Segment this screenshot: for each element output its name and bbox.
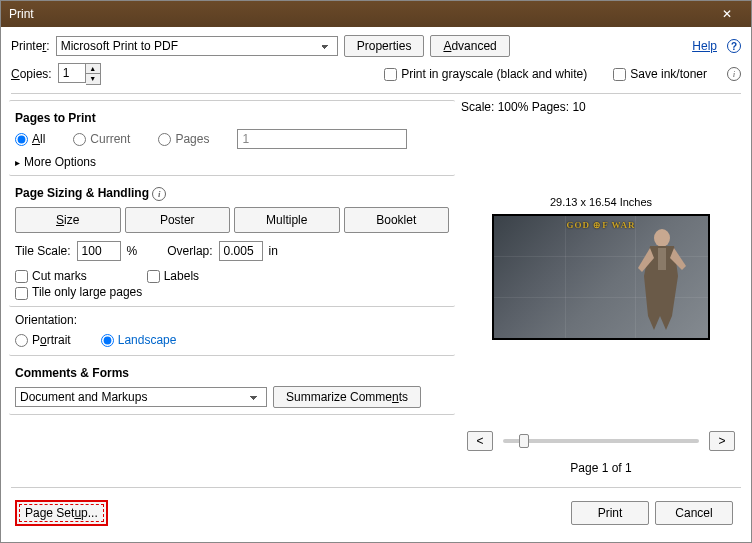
tilelarge-checkbox[interactable]: Tile only large pages (15, 285, 142, 299)
svg-point-0 (654, 229, 670, 247)
info-icon[interactable]: i (727, 67, 741, 81)
page-setup-button[interactable]: Page Setup... (15, 500, 108, 526)
multiple-tab[interactable]: Multiple (234, 207, 340, 233)
cancel-button[interactable]: Cancel (655, 501, 733, 525)
labels-checkbox[interactable]: Labels (147, 269, 199, 283)
all-radio[interactable]: All (15, 132, 45, 146)
overlap-label: Overlap: (167, 244, 212, 258)
copies-label: Copies: (11, 67, 52, 81)
close-icon: ✕ (722, 7, 732, 21)
grayscale-checkbox[interactable]: Print in grayscale (black and white) (384, 67, 587, 81)
prev-page-button[interactable]: < (467, 431, 493, 451)
tilescale-input[interactable] (77, 241, 121, 261)
print-dialog: Print ✕ Printer: Microsoft Print to PDF … (0, 0, 752, 543)
comments-group: Comments & Forms Document and Markups Su… (9, 356, 455, 415)
close-button[interactable]: ✕ (711, 1, 743, 27)
next-page-button[interactable]: > (709, 431, 735, 451)
cutmarks-checkbox[interactable]: Cut marks (15, 269, 87, 283)
copies-input[interactable] (58, 63, 86, 83)
more-options-toggle[interactable]: More Options (15, 151, 449, 169)
current-radio[interactable]: Current (73, 132, 130, 146)
booklet-tab[interactable]: Booklet (344, 207, 450, 233)
copies-spinner[interactable]: ▲▼ (58, 63, 101, 85)
help-link[interactable]: Help (692, 39, 717, 53)
advanced-button[interactable]: Advanced (430, 35, 509, 57)
preview-logo: GOD ⊕F WAR (566, 220, 635, 230)
portrait-radio[interactable]: Portrait (15, 333, 71, 347)
sizing-group: Page Sizing & Handling i Size Poster Mul… (9, 176, 455, 307)
pages-range-input[interactable] (237, 129, 407, 149)
printer-label: Printer: (11, 39, 50, 53)
info-icon[interactable]: i (152, 187, 166, 201)
summarize-button[interactable]: Summarize Comments (273, 386, 421, 408)
pages-radio[interactable]: Pages (158, 132, 209, 146)
tilescale-label: Tile Scale: (15, 244, 71, 258)
overlap-input[interactable] (219, 241, 263, 261)
dimensions-label: 29.13 x 16.54 Inches (550, 196, 652, 208)
saveink-checkbox[interactable]: Save ink/toner (613, 67, 707, 81)
zoom-slider[interactable] (503, 439, 699, 443)
window-title: Print (9, 7, 711, 21)
landscape-radio[interactable]: Landscape (101, 333, 177, 347)
preview-image: GOD ⊕F WAR (492, 214, 710, 340)
help-icon[interactable]: ? (727, 39, 741, 53)
print-button[interactable]: Print (571, 501, 649, 525)
comments-title: Comments & Forms (15, 362, 449, 382)
comments-select[interactable]: Document and Markups (15, 387, 267, 407)
sizing-title: Page Sizing & Handling i (15, 182, 449, 203)
preview-character-icon (628, 224, 690, 332)
page-of-label: Page 1 of 1 (570, 457, 631, 479)
preview-pane: Scale: 100% Pages: 10 29.13 x 16.54 Inch… (461, 100, 741, 479)
titlebar: Print ✕ (1, 1, 751, 27)
poster-tab[interactable]: Poster (125, 207, 231, 233)
properties-button[interactable]: Properties (344, 35, 425, 57)
pages-title: Pages to Print (15, 107, 449, 127)
spin-down-icon[interactable]: ▼ (86, 74, 100, 84)
spin-up-icon[interactable]: ▲ (86, 64, 100, 74)
svg-rect-1 (658, 248, 666, 270)
orientation-title: Orientation: (15, 313, 449, 331)
slider-thumb[interactable] (519, 434, 529, 448)
printer-select[interactable]: Microsoft Print to PDF (56, 36, 338, 56)
size-tab[interactable]: Size (15, 207, 121, 233)
footer: Page Setup... Print Cancel (11, 494, 741, 532)
scale-text: Scale: 100% Pages: 10 (461, 100, 741, 114)
orientation-group: Orientation: Portrait Landscape (9, 307, 455, 356)
pages-to-print-group: Pages to Print All Current Pages More Op… (9, 100, 455, 176)
